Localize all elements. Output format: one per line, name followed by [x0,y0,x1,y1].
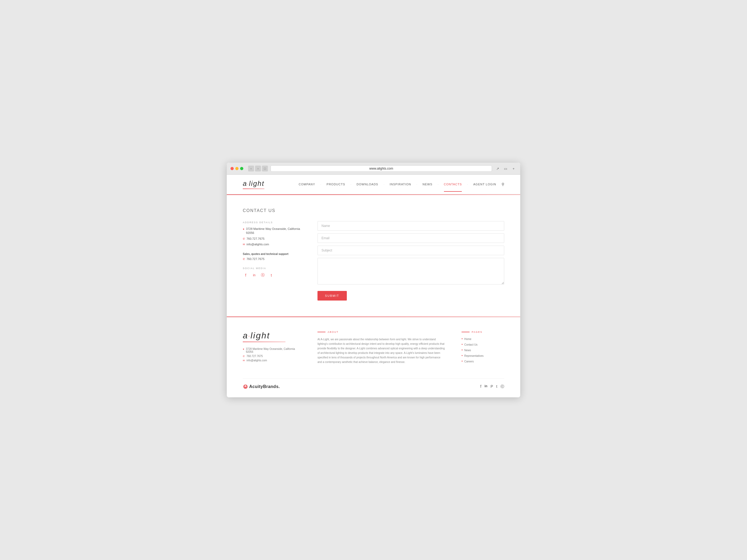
pinterest-icon[interactable]: Ⓧ [260,272,266,278]
address-section: ADDRESS DETAILS ● 3728 Maritime Way Ocea… [243,221,302,247]
sales-phone-icon: ✆ [243,257,245,261]
address-text: 3728 Maritime Way Oceanside, California … [246,227,302,235]
nav-company[interactable]: COMPANY [299,183,315,186]
site-logo[interactable]: a•light [243,180,264,188]
forward-button[interactable]: › [255,166,261,171]
phone-icon: ✆ [243,237,245,241]
nav-downloads[interactable]: DOWNLOADS [357,183,378,186]
contact-layout: ADDRESS DETAILS ● 3728 Maritime Way Ocea… [243,221,504,300]
back-button[interactable]: ‹ [248,166,254,171]
nav-sep-2: · [351,183,351,186]
logo-dot: • [247,183,249,185]
nav-contacts[interactable]: CONTACTS [444,183,462,186]
footer-page-contact[interactable]: Contact Us [462,343,504,346]
minimize-button[interactable] [235,167,238,170]
logo-wrapper: a•light [243,180,264,189]
name-group [317,221,504,231]
footer-page-careers[interactable]: Careers [462,359,504,363]
social-icons: f in Ⓧ t [243,272,302,278]
sales-phone-text: 760.727.7675 [247,257,264,261]
footer-twitter-icon[interactable]: t [496,384,497,389]
email-input[interactable] [317,233,504,243]
facebook-icon[interactable]: f [243,272,249,278]
social-heading: SOCIAL MEDIA [243,267,302,270]
location-icon: ● [243,227,244,231]
footer-logo[interactable]: a•light [243,331,302,341]
share-icon[interactable]: ↗ [495,166,500,171]
name-input[interactable] [317,221,504,231]
footer-logo-dot: • [249,335,250,338]
site-header: a•light COMPANY · PRODUCTS · DOWNLOADS ·… [227,175,520,194]
footer-bottom: AcuityBrands. f in P t ⓒ [243,378,504,389]
browser-window: ‹ › □ www.alights.com ↗ ▭ + a•light COMP… [227,163,520,397]
nav-products[interactable]: PRODUCTS [327,183,345,186]
email-line: ✉ info@alights.com [243,242,302,246]
footer-phone-text: 760.727.7675 [247,355,263,357]
browser-actions: ↗ ▭ + [495,166,516,171]
subject-group [317,246,504,255]
new-tab-icon[interactable]: + [511,166,516,171]
page-title: CONTACT US [243,208,504,213]
footer-logo-section: a•light ● 3728 Maritime Way Oceanside, C… [243,331,302,365]
nav-buttons: ‹ › □ [248,166,268,171]
maximize-button[interactable] [240,167,243,170]
footer-email-line: ✉ info@alights.com [243,359,302,362]
acuity-brands-logo: AcuityBrands. [243,384,280,389]
footer-location-icon: ● [243,348,244,350]
nav-sep-1: · [320,183,321,186]
footer-phone-icon: ✆ [243,355,245,357]
footer-top: a•light ● 3728 Maritime Way Oceanside, C… [243,331,504,365]
footer-address-text: 3728 Maritime Way Oceanside, California … [246,347,302,353]
site-footer: a•light ● 3728 Maritime Way Oceanside, C… [227,317,520,397]
main-nav: COMPANY · PRODUCTS · DOWNLOADS · INSPIRA… [299,182,504,186]
main-content: CONTACT US ADDRESS DETAILS ● 3728 Mariti… [227,195,520,317]
tab-button[interactable]: □ [262,166,268,171]
nav-agent-login[interactable]: AGENT LOGIN [473,183,496,186]
footer-facebook-icon[interactable]: f [480,384,481,389]
window-controls [231,167,243,170]
message-textarea[interactable] [317,258,504,285]
nav-news[interactable]: NEWS [422,183,433,186]
phone-line: ✆ 760.727.7675 [243,237,302,241]
browser-chrome: ‹ › □ www.alights.com ↗ ▭ + [227,163,520,175]
footer-page-home[interactable]: Home [462,337,504,341]
email-icon: ✉ [243,243,245,246]
nav-sep-6: · [467,183,468,186]
footer-linkedin-icon[interactable]: in [485,384,487,389]
close-button[interactable] [231,167,234,170]
address-bar[interactable]: www.alights.com [271,165,492,172]
twitter-icon[interactable]: t [268,272,274,278]
acuity-text: AcuityBrands. [249,384,280,389]
footer-email-icon: ✉ [243,359,245,362]
nav-sep-3: · [384,183,384,186]
social-section: SOCIAL MEDIA f in Ⓧ t [243,267,302,278]
footer-email-text: info@alights.com [247,359,267,362]
acuity-icon [243,384,248,389]
footer-instagram-icon[interactable]: ⓒ [500,384,504,389]
footer-pages: PAGES Home Contact Us News Representativ… [462,331,504,365]
email-text: info@alights.com [247,242,269,246]
pages-list: Home Contact Us News Representatives Car… [462,337,504,363]
submit-button[interactable]: SUBMIT [317,291,347,300]
sales-phone-line: ✆ 760.727.7675 [243,257,302,261]
footer-phone-line: ✆ 760.727.7675 [243,355,302,357]
footer-page-representatives[interactable]: Representatives [462,354,504,357]
nav-inspiration[interactable]: INSPIRATION [390,183,411,186]
copy-icon[interactable]: ▭ [503,166,509,171]
about-text: At A-Light, we are passionate about the … [317,337,445,364]
phone-text: 760.727.7675 [247,237,264,241]
search-icon[interactable]: ⚲ [501,182,504,186]
footer-page-news[interactable]: News [462,348,504,352]
sales-heading: Sales, quotes and technical support [243,252,302,256]
footer-pinterest-icon[interactable]: P [491,384,493,389]
logo-underline [243,189,264,189]
subject-input[interactable] [317,246,504,255]
contact-left: ADDRESS DETAILS ● 3728 Maritime Way Ocea… [243,221,302,300]
contact-form: SUBMIT [317,221,504,300]
address-heading: ADDRESS DETAILS [243,221,302,224]
footer-logo-underline [243,342,285,342]
linkedin-icon[interactable]: in [251,272,257,278]
nav-sep-4: · [416,183,417,186]
footer-about: ABOUT At A-Light, we are passionate abou… [317,331,445,365]
email-group [317,233,504,243]
